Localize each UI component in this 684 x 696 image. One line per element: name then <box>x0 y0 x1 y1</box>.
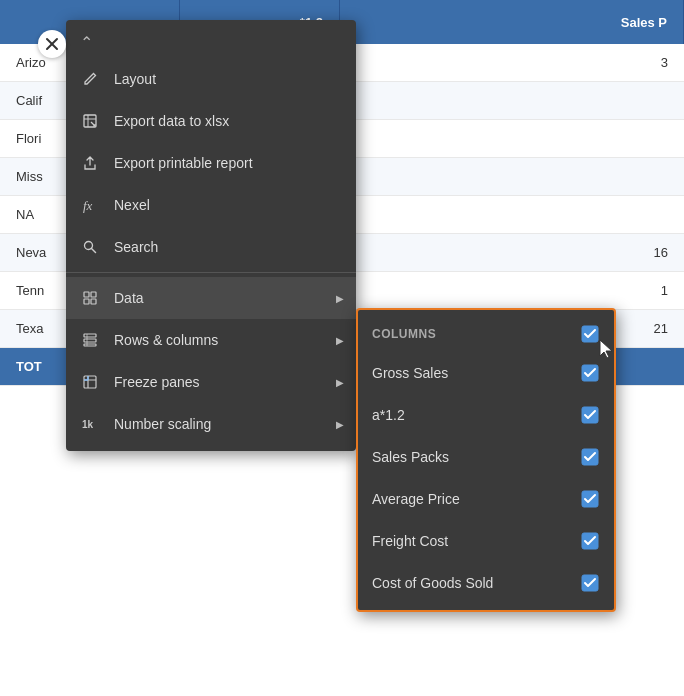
freight-cost-checkbox[interactable] <box>580 531 600 551</box>
table-export-icon <box>80 111 100 131</box>
svg-rect-14 <box>84 339 96 342</box>
submenu-item-a12[interactable]: a*1.2 <box>358 394 614 436</box>
menu-item-label: Search <box>114 239 158 255</box>
submenu-title: COLUMNS <box>372 327 436 341</box>
menu-item-rows-columns[interactable]: Rows & columns <box>66 319 356 361</box>
submenu-item-gross-sales[interactable]: Gross Sales <box>358 352 614 394</box>
cell-right: 3 <box>340 55 684 70</box>
collapse-icon[interactable]: ⌃ <box>80 33 93 52</box>
svg-line-8 <box>92 249 96 253</box>
cost-goods-sold-checkbox[interactable] <box>580 573 600 593</box>
menu-item-search[interactable]: Search <box>66 226 356 268</box>
columns-header-checkbox[interactable] <box>580 324 600 344</box>
submenu-item-label: Sales Packs <box>372 449 449 465</box>
svg-rect-9 <box>84 292 89 297</box>
rows-icon <box>80 330 100 350</box>
close-button[interactable] <box>38 30 66 58</box>
menu-divider <box>66 272 356 273</box>
menu-item-label: Layout <box>114 71 156 87</box>
menu-item-label: Export data to xlsx <box>114 113 229 129</box>
freeze-icon <box>80 372 100 392</box>
menu-item-freeze-panes[interactable]: Freeze panes <box>66 361 356 403</box>
function-icon: fx <box>80 195 100 215</box>
submenu-item-label: Gross Sales <box>372 365 448 381</box>
sales-packs-checkbox[interactable] <box>580 447 600 467</box>
cell-right: 1 <box>340 283 684 298</box>
menu-item-layout[interactable]: Layout <box>66 58 356 100</box>
submenu-header: COLUMNS <box>358 316 614 352</box>
gross-sales-checkbox[interactable] <box>580 363 600 383</box>
menu-item-label: Freeze panes <box>114 374 200 390</box>
menu-item-label: Number scaling <box>114 416 211 432</box>
menu-item-data[interactable]: Data <box>66 277 356 319</box>
svg-rect-13 <box>84 334 96 337</box>
svg-rect-11 <box>84 299 89 304</box>
menu-item-label: Nexel <box>114 197 150 213</box>
svg-text:1k: 1k <box>82 419 94 430</box>
svg-rect-10 <box>91 292 96 297</box>
menu-item-label: Rows & columns <box>114 332 218 348</box>
submenu-item-label: Freight Cost <box>372 533 448 549</box>
col-header-sales: Sales P <box>340 0 684 44</box>
a12-checkbox[interactable] <box>580 405 600 425</box>
svg-rect-15 <box>84 344 96 346</box>
menu-item-export-print[interactable]: Export printable report <box>66 142 356 184</box>
share-icon <box>80 153 100 173</box>
menu-item-export-xlsx[interactable]: Export data to xlsx <box>66 100 356 142</box>
context-menu: ⌃ Layout Export data to xlsx <box>66 20 356 451</box>
submenu-item-label: Average Price <box>372 491 460 507</box>
submenu-item-label: Cost of Goods Sold <box>372 575 493 591</box>
svg-rect-17 <box>84 376 96 388</box>
pencil-icon <box>80 69 100 89</box>
menu-item-label: Export printable report <box>114 155 253 171</box>
svg-rect-12 <box>91 299 96 304</box>
average-price-checkbox[interactable] <box>580 489 600 509</box>
grid-icon <box>80 288 100 308</box>
menu-item-number-scaling[interactable]: 1k Number scaling <box>66 403 356 445</box>
submenu-item-sales-packs[interactable]: Sales Packs <box>358 436 614 478</box>
cell-right: 16 <box>340 245 684 260</box>
menu-item-nexel[interactable]: fx Nexel <box>66 184 356 226</box>
svg-text:fx: fx <box>83 198 93 213</box>
menu-item-label: Data <box>114 290 144 306</box>
submenu-item-label: a*1.2 <box>372 407 405 423</box>
columns-submenu: COLUMNS Gross Sales a*1.2 Sales Packs <box>356 308 616 612</box>
search-icon <box>80 237 100 257</box>
submenu-item-freight-cost[interactable]: Freight Cost <box>358 520 614 562</box>
1k-icon: 1k <box>80 414 100 434</box>
submenu-item-average-price[interactable]: Average Price <box>358 478 614 520</box>
submenu-item-cost-goods-sold[interactable]: Cost of Goods Sold <box>358 562 614 604</box>
